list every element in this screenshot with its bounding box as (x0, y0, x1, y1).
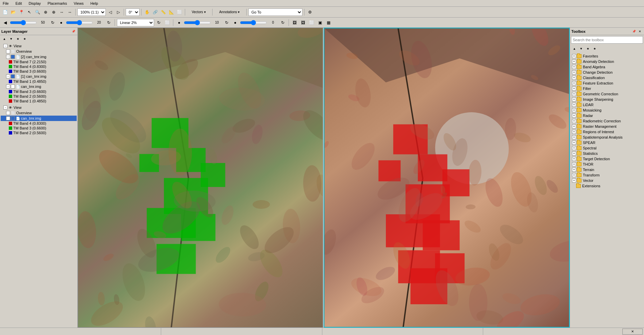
toolbox-item-6[interactable]: +Filter (571, 86, 643, 91)
file-cantmr2-item[interactable]: - 📄 can_tmr.img (1, 116, 77, 121)
file1-expand[interactable]: - (6, 74, 10, 78)
cantmr2-expand[interactable]: - (6, 116, 10, 120)
toolbox-item-7[interactable]: +Geometric Correction (571, 91, 643, 97)
toolbox-expand-6[interactable]: + (572, 87, 576, 91)
toolbox-expand-5[interactable]: + (572, 81, 576, 85)
menu-placemarks[interactable]: Placemarks (46, 1, 68, 6)
cantmr2-cb[interactable] (11, 116, 15, 120)
zoom-in-btn[interactable]: ▷ (115, 8, 122, 16)
toolbox-expand-9[interactable]: + (572, 103, 576, 107)
band1-item2[interactable]: TM Band 1 (0.4850) (1, 99, 77, 103)
zoom-btn[interactable]: 🔍 (34, 8, 41, 16)
menu-help[interactable]: Help (89, 1, 99, 6)
toolbox-item-22[interactable]: +Transform (571, 172, 643, 178)
toolbox-expand-13[interactable]: + (572, 124, 576, 128)
cantmr-expand[interactable]: - (6, 85, 10, 89)
view-group-2[interactable]: - 👁 View (1, 105, 77, 110)
chip-btn[interactable]: ⬜ (176, 8, 183, 16)
tb2-tool3[interactable]: ⬜ (308, 19, 315, 26)
toolbox-expand-2[interactable]: + (572, 65, 576, 69)
view2-expand[interactable]: - (3, 105, 7, 110)
toolbox-item-18[interactable]: +Statistics (571, 151, 643, 156)
band2-item1[interactable]: TM Band 2 (0.5600) (1, 94, 77, 99)
toolbox-expand-7[interactable]: + (572, 92, 576, 96)
toolbox-expand-3[interactable]: + (572, 70, 576, 74)
band4-item2[interactable]: TM Band 4 (0.8300) (1, 121, 77, 126)
band4-item1[interactable]: TM Band 4 (0.8300) (1, 64, 77, 69)
toolbox-item-5[interactable]: +Feature Extraction (571, 80, 643, 86)
view-right[interactable] (324, 28, 570, 328)
view1-expand[interactable]: - (3, 44, 7, 48)
menu-views[interactable]: Views (72, 1, 85, 6)
cantmr-cb[interactable] (11, 85, 15, 89)
tb2-tool2[interactable]: 🖼 (299, 19, 307, 26)
tb-expand-down[interactable]: ▼ (578, 46, 584, 52)
toolbox-item-11[interactable]: +Radar (571, 113, 643, 118)
toolbox-expand-14[interactable]: + (572, 130, 576, 134)
toolbox-item-19[interactable]: +Target Detection (571, 156, 643, 162)
toolbox-expand-10[interactable]: + (572, 108, 576, 112)
stretch-dropdown[interactable]: Linear 2% (117, 19, 154, 26)
zoom-dropdown[interactable]: 100% (1:1) (77, 8, 106, 16)
toolbox-item-2[interactable]: +Band Algebra (571, 64, 643, 70)
toolbox-item-20[interactable]: +THOR (571, 162, 643, 167)
tool5[interactable]: ⊕ (42, 8, 49, 16)
lm-up-btn[interactable]: ▲ (1, 36, 7, 42)
tb2-refresh4[interactable]: ↻ (223, 19, 230, 26)
tb2-refresh2[interactable]: ↻ (105, 19, 113, 26)
toolbox-pin-btn[interactable]: 📌 (631, 29, 637, 34)
brightness-slider[interactable] (10, 20, 37, 25)
toolbox-item-10[interactable]: +Mosaicking (571, 107, 643, 113)
toolbox-close-btn[interactable]: ✕ (637, 29, 643, 34)
measure-btn[interactable]: 📏 (159, 8, 167, 16)
tb2-circle2[interactable]: ● (231, 19, 239, 26)
pan-btn[interactable]: ✋ (143, 8, 151, 16)
toolbox-item-0[interactable]: +Favorites (571, 53, 643, 59)
tb-star2[interactable]: ★ (592, 46, 598, 52)
vectors-btn[interactable]: Vectors ▾ (187, 8, 210, 16)
band7-item[interactable]: TM Band 7 (2.2150) (1, 59, 77, 64)
file-1-item[interactable]: - 📄 [1] can_tmr.img (1, 74, 77, 79)
tool8[interactable]: ↔ (66, 8, 74, 16)
toolbox-expand-22[interactable]: + (572, 173, 576, 177)
toolbox-expand-4[interactable]: + (572, 76, 576, 80)
toolbox-item-17[interactable]: +Spectral (571, 145, 643, 151)
toolbox-item-14[interactable]: +Regions of Interest (571, 129, 643, 135)
file-cantmr-item[interactable]: - 📄 can_tmr.img (1, 84, 77, 89)
rotation-dropdown[interactable]: 0° (126, 8, 140, 16)
toolbox-item-23[interactable]: +Vector (571, 178, 643, 183)
contrast-slider[interactable] (66, 20, 93, 25)
toolbox-item-1[interactable]: +Anomaly Detection (571, 59, 643, 64)
toolbox-item-15[interactable]: +Spatiotemporal Analysis (571, 135, 643, 140)
view-left[interactable] (78, 28, 323, 328)
toolbox-expand-17[interactable]: + (572, 146, 576, 150)
toolbox-item-12[interactable]: +Radiometric Correction (571, 118, 643, 124)
settings-btn[interactable]: ⚙ (306, 8, 314, 16)
toolbox-item-8[interactable]: +Image Sharpening (571, 97, 643, 102)
tb2-refresh5[interactable]: ↻ (279, 19, 287, 26)
tool6[interactable]: ⊕ (50, 8, 57, 16)
toolbox-expand-11[interactable]: + (572, 114, 576, 118)
tb2-btn1[interactable]: ◀ (1, 19, 9, 26)
cursor-btn[interactable]: ↖ (26, 8, 33, 16)
tb2-circle1[interactable]: ● (175, 19, 183, 26)
toolbox-item-9[interactable]: +LiDAR (571, 102, 643, 107)
tb2-btn3[interactable]: ⬜ (164, 19, 171, 26)
tb2-tool5[interactable]: ▦ (325, 19, 332, 26)
toolbox-expand-19[interactable]: + (572, 157, 576, 161)
band3-item2[interactable]: TM Band 3 (0.6600) (1, 89, 77, 94)
tb-expand-up[interactable]: ▲ (571, 46, 577, 52)
toolbox-expand-20[interactable]: + (572, 162, 576, 166)
toolbox-expand-15[interactable]: + (572, 135, 576, 139)
toolbox-search-input[interactable] (571, 36, 643, 44)
lm-add-btn[interactable]: ★ (15, 36, 21, 42)
file-2-item[interactable]: - 📄 [2] can_tmr.img (1, 54, 77, 59)
profile-btn[interactable]: 📐 (168, 8, 175, 16)
toolbox-expand-0[interactable]: + (572, 54, 576, 58)
tb2-tool4[interactable]: ▣ (316, 19, 324, 26)
file2-cb[interactable] (11, 55, 15, 59)
opacity-slider[interactable] (184, 20, 211, 25)
band2-item2[interactable]: TM Band 2 (0.5600) (1, 130, 77, 135)
gamma-slider[interactable] (240, 20, 267, 25)
menu-display[interactable]: Display (27, 1, 42, 6)
